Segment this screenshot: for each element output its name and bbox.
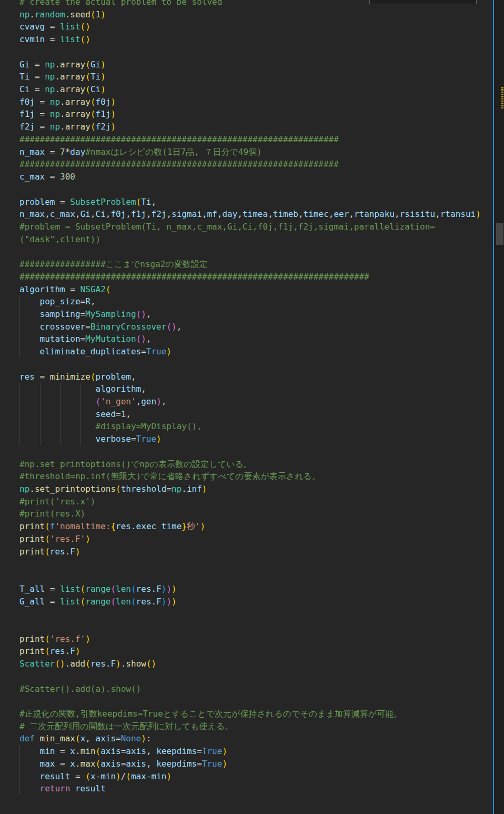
code-line [0, 620, 493, 633]
code-line: #threshold=np.inf(無限大)で常に省略されずすべての要素が表示さ… [0, 470, 493, 483]
indent-guide [60, 383, 61, 395]
code-line: #display=MyDisplay(), [0, 420, 493, 433]
indent-guide [80, 383, 81, 395]
code-line: f2j = np.array(f2j) [0, 121, 493, 133]
code-line: algorithm = NSGA2( [0, 283, 493, 296]
code-line: #problem = SubsetProblem(Ti, n_max,c_max… [0, 221, 493, 233]
code-line: #Scatter().add(a).show() [0, 683, 493, 696]
code-line: Ci = np.array(Ci) [0, 83, 493, 96]
indent-guide [19, 383, 20, 395]
indent-guide [40, 408, 41, 421]
overview-ruler [494, 0, 504, 814]
code-line: result = (x-min)/(max-min) [0, 770, 493, 783]
overview-ruler-marker [501, 98, 503, 100]
code-line: cvavg = list() [0, 21, 493, 33]
code-line: Gi = np.array(Gi) [0, 58, 493, 71]
code-line: T_all = list(range(len(res.F))) [0, 583, 493, 595]
code-line: n_max,c_max,Gi,Ci,f0j,f1j,f2j,sigmai,mf,… [0, 208, 493, 221]
code-line: print(res.F) [0, 645, 493, 658]
indent-guide [19, 408, 20, 421]
code-line: ('n_gen',gen), [0, 395, 493, 408]
code-line: #print('res.x') [0, 495, 493, 508]
overview-ruler-marker [501, 107, 503, 109]
code-line: print(res.F) [0, 545, 493, 558]
indent-guide [19, 395, 20, 408]
code-line: verbose=True) [0, 433, 493, 445]
find-widget[interactable] [369, 0, 477, 4]
code-line: #np.set_printoptions()でnpの表示数の設定している。 [0, 458, 493, 471]
code-line: np.set_printoptions(threshold=np.inf) [0, 483, 493, 495]
overview-ruler-marker [501, 103, 503, 104]
indent-guide [60, 395, 61, 408]
code-line: #print(res.X) [0, 508, 493, 520]
code-line: ########################################… [0, 271, 493, 283]
code-line: print('res.f') [0, 633, 493, 646]
indent-guide [60, 433, 61, 445]
indent-guide [19, 770, 20, 783]
code-line: sampling=MySampling(), [0, 308, 493, 321]
indent-guide [19, 333, 20, 345]
indent-guide [80, 433, 81, 445]
overview-ruler-marker [501, 101, 503, 102]
code-line [0, 445, 493, 458]
code-line: ########################################… [0, 133, 493, 146]
code-line [0, 695, 493, 708]
scrollbar-thumb[interactable] [496, 223, 503, 245]
code-line: problem = SubsetProblem(Ti, [0, 196, 493, 209]
overview-ruler-marker [501, 96, 503, 97]
code-line: f1j = np.array(f1j) [0, 108, 493, 121]
overview-ruler-marker [501, 87, 503, 88]
code-line [0, 358, 493, 371]
indent-guide [19, 758, 20, 770]
code-line: res = minimize(problem, [0, 371, 493, 383]
code-line [0, 608, 493, 620]
code-line: # 二次元配列用の関数は一次元配列に対しても使える。 [0, 720, 493, 733]
overview-ruler-marker [501, 89, 503, 91]
code-content[interactable]: # create the actual problem to be solved… [0, 0, 493, 808]
code-line: np.random.seed(1) [0, 8, 493, 21]
code-line [0, 558, 493, 570]
code-line: min = x.min(axis=axis, keepdims=True) [0, 745, 493, 758]
indent-guide [60, 408, 61, 421]
code-line [0, 183, 493, 196]
overview-ruler-marker [501, 92, 503, 93]
indent-guide [19, 295, 20, 308]
indent-guide [19, 433, 20, 445]
indent-guide [19, 745, 20, 758]
code-line: Scatter().add(res.F).show() [0, 658, 493, 670]
indent-guide [19, 321, 20, 333]
indent-guide [40, 395, 41, 408]
code-line: return result [0, 782, 493, 795]
code-line: c_max = 300 [0, 171, 493, 183]
code-line [0, 570, 493, 583]
indent-guide [80, 395, 81, 408]
code-line: ("dask",client)) [0, 233, 493, 246]
code-line: print(f'nomaltime:{res.exec_time}秒') [0, 520, 493, 533]
code-line: pop_size=R, [0, 295, 493, 308]
code-line: Ti = np.array(Ti) [0, 71, 493, 83]
code-line [0, 245, 493, 258]
overview-ruler-marker [501, 94, 503, 95]
code-line: f0j = np.array(f0j) [0, 96, 493, 108]
code-line: max = x.max(axis=axis, keepdims=True) [0, 758, 493, 770]
code-line: algorithm, [0, 383, 493, 395]
code-line: #正規化の関数,引数keepdims=Trueとすることで次元が保持されるのでそ… [0, 708, 493, 720]
code-line: G_all = list(range(len(res.F))) [0, 595, 493, 608]
indent-guide [19, 345, 20, 358]
indent-guide [40, 383, 41, 395]
code-line: def min_max(x, axis=None): [0, 732, 493, 745]
indent-guide [80, 420, 81, 433]
code-line: crossover=BinaryCrossover(), [0, 321, 493, 333]
code-line [0, 46, 493, 58]
indent-guide [40, 420, 41, 433]
code-line [0, 670, 493, 683]
code-editor: # create the actual problem to be solved… [0, 0, 493, 814]
code-line: mutation=MyMutation(), [0, 333, 493, 345]
code-line: #################ここまでnsga2の変数設定 [0, 258, 493, 271]
indent-guide [40, 433, 41, 445]
indent-guide [80, 408, 81, 421]
code-line: cvmin = list() [0, 33, 493, 46]
code-line: print('res.F') [0, 533, 493, 545]
code-line: seed=1, [0, 408, 493, 421]
code-line: ########################################… [0, 158, 493, 171]
